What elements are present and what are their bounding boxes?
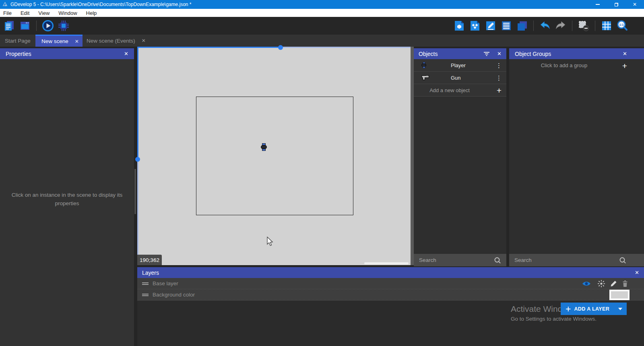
gdevelop-logo-icon <box>2 2 8 7</box>
toolbar-divider <box>572 21 572 31</box>
toolbar-divider <box>595 21 595 31</box>
object-groups-icon[interactable] <box>469 20 481 32</box>
filter-icon[interactable] <box>483 51 490 56</box>
restore-button[interactable] <box>607 0 625 9</box>
properties-empty-message: Click on an instance in the scene to dis… <box>7 191 127 208</box>
close-icon[interactable]: ✕ <box>124 51 128 57</box>
scene-window-edge-left <box>137 159 138 265</box>
tab-new-scene-events[interactable]: New scene (Events) ✕ <box>83 35 150 47</box>
debug-icon[interactable] <box>58 20 70 32</box>
deselect-icon[interactable] <box>578 20 590 32</box>
editor-tab-bar: Start Page New scene ✕ New scene (Events… <box>0 35 644 47</box>
background-color-swatch[interactable] <box>609 290 630 300</box>
window-controls: ✕ <box>588 0 644 9</box>
title-bar: GDevelop 5 - C:\Users\Sparkle\OneDrive\D… <box>0 0 644 9</box>
layer-name: Background color <box>153 292 195 298</box>
object-row-player[interactable]: Player ⋮ <box>414 59 506 72</box>
close-icon[interactable]: ✕ <box>623 51 627 57</box>
groups-search-bar <box>509 254 644 266</box>
kebab-menu-icon[interactable]: ⋮ <box>496 75 502 81</box>
properties-panel: Properties ✕ Click on an instance in the… <box>0 48 134 346</box>
minimize-icon <box>596 4 600 5</box>
effects-icon[interactable] <box>597 280 605 288</box>
mouse-cursor-icon <box>267 237 274 247</box>
toolbar-divider <box>36 21 37 31</box>
plus-icon: + <box>622 61 627 70</box>
object-name: Player <box>451 62 466 68</box>
kebab-menu-icon[interactable]: ⋮ <box>496 62 502 68</box>
play-icon[interactable] <box>42 20 54 32</box>
undo-icon[interactable] <box>539 20 551 32</box>
tab-new-scene[interactable]: New scene ✕ <box>35 35 83 47</box>
delete-layer-icon[interactable] <box>622 280 628 287</box>
drag-handle-icon[interactable] <box>142 293 149 297</box>
main-toolbar: 1:1 <box>0 17 644 35</box>
menu-view[interactable]: View <box>34 9 54 17</box>
toolbar-divider <box>533 21 534 31</box>
layers-title: Layers <box>142 270 159 276</box>
watermark-line2: Go to Settings to activate Windows. <box>511 316 597 322</box>
menu-window[interactable]: Window <box>54 9 81 17</box>
add-layer-button[interactable]: + ADD A LAYER <box>561 303 627 315</box>
cursor-coordinates-badge: 190;362 <box>137 255 162 265</box>
toolbar-right-group: 1:1 <box>453 17 628 35</box>
search-icon <box>494 257 501 264</box>
resize-handle-left[interactable] <box>135 157 140 162</box>
add-group-label: Click to add a group <box>509 62 619 68</box>
gdevelop-window: GDevelop 5 - C:\Users\Sparkle\OneDrive\D… <box>0 0 644 346</box>
menu-edit[interactable]: Edit <box>16 9 34 17</box>
instance-properties-icon[interactable] <box>485 20 497 32</box>
edit-layer-icon[interactable] <box>610 280 617 287</box>
layer-name: Base layer <box>153 280 178 286</box>
search-icon <box>619 257 626 264</box>
add-group-row[interactable]: Click to add a group + <box>509 59 644 72</box>
object-row-gun[interactable]: Gun ⋮ <box>414 72 506 84</box>
layer-row-background-color[interactable]: Background color <box>137 289 644 301</box>
caret-down-icon[interactable] <box>618 308 622 310</box>
tab-label: New scene <box>41 38 68 44</box>
close-icon[interactable]: ✕ <box>635 270 639 276</box>
player-thumbnail-icon <box>421 62 427 68</box>
close-icon[interactable]: ✕ <box>497 51 502 57</box>
grid-icon[interactable] <box>601 20 613 32</box>
menu-bar: File Edit View Window Help <box>0 9 644 17</box>
instances-list-icon[interactable] <box>500 20 512 32</box>
properties-scrollbar[interactable] <box>134 169 136 214</box>
menu-file[interactable]: File <box>0 9 16 17</box>
properties-header: Properties ✕ <box>0 48 134 59</box>
drag-handle-icon[interactable] <box>142 282 149 286</box>
zoom-original-label: 1:1 <box>619 23 624 27</box>
object-groups-header: Object Groups ✕ <box>509 48 644 59</box>
scene-canvas[interactable]: 190;362 <box>137 47 411 265</box>
tab-label: Start Page <box>5 38 31 44</box>
objects-search-input[interactable] <box>419 257 494 263</box>
tab-start-page[interactable]: Start Page <box>0 35 35 47</box>
minimize-button[interactable] <box>588 0 607 9</box>
menu-help[interactable]: Help <box>82 9 101 17</box>
resize-handle-top[interactable] <box>278 45 283 50</box>
add-layer-label: ADD A LAYER <box>574 306 609 312</box>
tab-close-icon[interactable]: ✕ <box>75 39 79 44</box>
project-manager-icon[interactable] <box>3 20 15 32</box>
object-name: Gun <box>451 75 461 81</box>
groups-search-input[interactable] <box>514 257 619 263</box>
layer-row-base[interactable]: Base layer <box>137 278 644 289</box>
redo-icon[interactable] <box>555 20 567 32</box>
layers-editor-icon[interactable] <box>516 20 528 32</box>
canvas-horizontal-scrollbar[interactable] <box>364 262 409 264</box>
canvas-vertical-scrollbar[interactable] <box>411 47 414 265</box>
close-icon: ✕ <box>633 2 637 7</box>
objects-editor-icon[interactable] <box>453 20 465 32</box>
object-groups-panel: Object Groups ✕ Click to add a group + <box>509 48 644 266</box>
layers-panel: Layers ✕ Base layer <box>137 267 644 346</box>
zoom-original-icon[interactable]: 1:1 <box>616 20 628 32</box>
player-instance[interactable] <box>260 143 267 151</box>
close-button[interactable]: ✕ <box>625 0 644 9</box>
tab-close-icon[interactable]: ✕ <box>142 38 146 43</box>
objects-title: Objects <box>419 51 438 57</box>
scene-window-icon[interactable] <box>19 20 31 32</box>
game-window-bounds <box>196 97 353 215</box>
layers-header: Layers ✕ <box>137 267 644 278</box>
visibility-eye-icon[interactable] <box>582 280 591 287</box>
add-object-row[interactable]: Add a new object + <box>414 84 506 97</box>
